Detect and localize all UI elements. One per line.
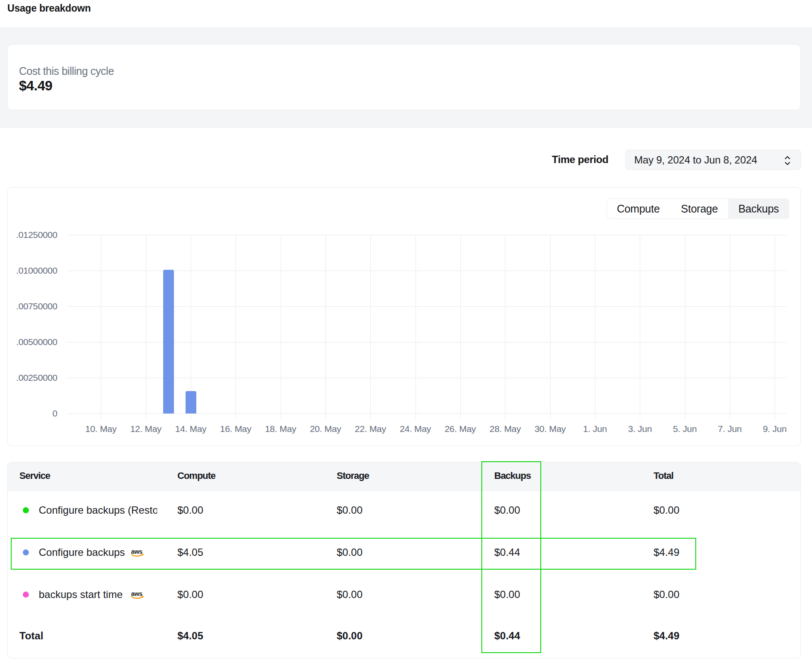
svg-text:aws: aws xyxy=(131,590,143,597)
